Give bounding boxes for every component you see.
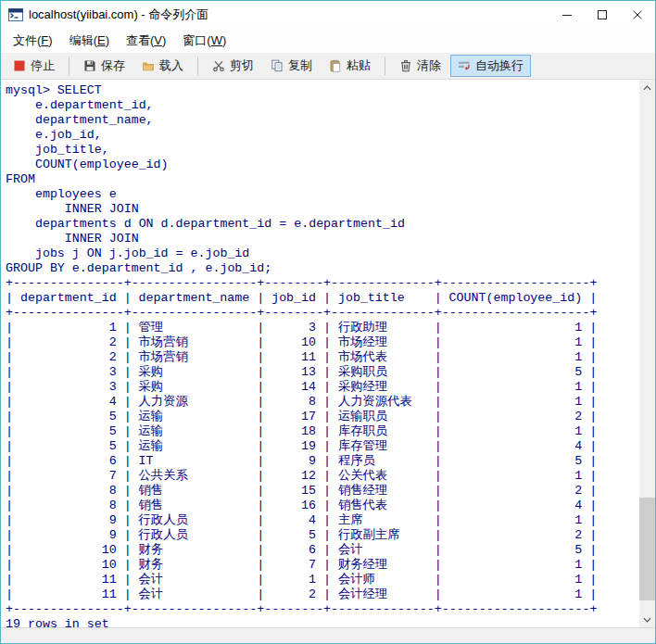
table-border-line: +---------------+-----------------+-----… <box>6 276 639 291</box>
table-cell: 11 <box>264 350 323 365</box>
bottom-bar <box>1 627 655 643</box>
table-cell: 5 <box>442 454 590 469</box>
table-pipe: | <box>6 439 13 454</box>
table-row: |10|财务|6|会计|5| <box>6 543 639 558</box>
table-cell: 市场营销 <box>132 350 258 365</box>
table-row: |5|运输|17|运输职员|2| <box>6 410 639 424</box>
table-pipe: | <box>435 350 442 365</box>
table-pipe: | <box>589 469 597 484</box>
stop-icon <box>13 59 26 72</box>
table-pipe: | <box>257 291 264 306</box>
table-row: |4|人力资源|8|人力资源代表|1| <box>6 395 639 410</box>
table-cell: 库存管理 <box>331 439 435 454</box>
table-cell: 主席 <box>331 513 435 528</box>
table-pipe: | <box>589 528 597 543</box>
table-pipe: | <box>589 335 597 350</box>
table-pipe: | <box>323 469 331 484</box>
paste-icon <box>329 59 342 72</box>
table-cell: 4 <box>264 513 323 528</box>
table-pipe: | <box>6 469 13 484</box>
table-cell: 16 <box>264 499 323 513</box>
table-cell: 1 <box>442 380 590 395</box>
table-cell: 市场经理 <box>331 335 435 350</box>
load-button[interactable]: 载入 <box>134 55 191 77</box>
table-cell: 财务 <box>132 558 258 573</box>
table-pipe: | <box>6 528 13 543</box>
table-pipe: | <box>257 424 264 439</box>
table-cell: 9 <box>13 528 124 543</box>
copy-icon <box>271 59 284 72</box>
maximize-button[interactable] <box>585 1 620 29</box>
chevron-down-icon <box>643 617 651 623</box>
wordwrap-button[interactable]: 自动换行 <box>450 55 531 77</box>
table-pipe: | <box>124 380 132 395</box>
scroll-down-arrow[interactable] <box>639 612 655 627</box>
table-cell: 7 <box>264 558 323 573</box>
table-pipe: | <box>124 321 132 335</box>
table-cell: 5 <box>442 543 590 558</box>
table-cell: 销售代表 <box>331 499 435 513</box>
table-pipe: | <box>435 499 442 513</box>
table-cell: 1 <box>442 558 590 573</box>
chevron-up-icon <box>643 85 651 91</box>
clear-button[interactable]: 清除 <box>392 55 448 77</box>
table-pipe: | <box>589 291 597 306</box>
table-cell: 1 <box>442 469 590 484</box>
table-pipe: | <box>257 513 264 528</box>
table-cell: 行政助理 <box>331 321 435 335</box>
minimize-button[interactable] <box>549 1 585 29</box>
copy-button[interactable]: 复制 <box>263 55 320 77</box>
window-controls <box>549 1 655 29</box>
table-pipe: | <box>124 543 132 558</box>
vertical-scrollbar[interactable] <box>639 80 655 627</box>
table-pipe: | <box>589 439 597 454</box>
table-row: |9|行政人员|4|主席|1| <box>6 513 639 528</box>
table-row: |2|市场营销|11|市场代表|1| <box>6 350 639 365</box>
table-cell: 14 <box>264 380 323 395</box>
table-cell: 8 <box>13 484 124 499</box>
table-pipe: | <box>589 380 597 395</box>
toolbar-button-label: 自动换行 <box>475 57 524 74</box>
close-button[interactable] <box>620 1 655 29</box>
table-pipe: | <box>589 543 597 558</box>
stop-button[interactable]: 停止 <box>6 55 62 77</box>
scroll-up-arrow[interactable] <box>639 80 655 95</box>
toolbar-button-label: 粘贴 <box>347 57 371 74</box>
table-pipe: | <box>323 558 331 573</box>
menu-item-edit[interactable]: 编辑(E) <box>61 29 118 53</box>
table-pipe: | <box>323 291 331 306</box>
table-pipe: | <box>257 587 264 602</box>
table-pipe: | <box>6 395 13 410</box>
cut-button[interactable]: 剪切 <box>205 55 261 77</box>
scrollbar-thumb[interactable] <box>639 498 655 600</box>
table-cell: 10 <box>264 335 323 350</box>
table-cell: 行政人员 <box>132 528 258 543</box>
menu-item-file[interactable]: 文件(F) <box>5 29 61 53</box>
scissors-icon <box>212 59 225 72</box>
table-cell: 1 <box>13 321 124 335</box>
table-row: |10|财务|7|财务经理|1| <box>6 558 639 573</box>
table-cell: 2 <box>442 484 590 499</box>
table-pipe: | <box>323 499 331 513</box>
table-cell: 6 <box>13 454 124 469</box>
save-button[interactable]: 保存 <box>76 55 132 77</box>
table-cell: 公关代表 <box>331 469 435 484</box>
toolbar-button-label: 清除 <box>417 57 441 74</box>
table-pipe: | <box>323 587 331 602</box>
table-pipe: | <box>124 587 132 602</box>
table-pipe: | <box>6 573 13 587</box>
table-cell: 会计 <box>331 543 435 558</box>
table-cell: 2 <box>264 587 323 602</box>
table-row: |11|会计|2|会计经理|1| <box>6 587 639 602</box>
menu-item-view[interactable]: 查看(V) <box>118 29 174 53</box>
console-output[interactable]: mysql> SELECT e.department_id, departmen… <box>1 80 639 627</box>
paste-button[interactable]: 粘贴 <box>322 55 378 77</box>
table-row: |1|管理|3|行政助理|1| <box>6 321 639 335</box>
table-header-cell: job_title <box>331 291 435 306</box>
table-pipe: | <box>6 335 13 350</box>
table-cell: 7 <box>13 469 124 484</box>
menu-item-window[interactable]: 窗口(W) <box>174 29 234 53</box>
table-cell: 13 <box>264 365 323 380</box>
table-pipe: | <box>435 543 442 558</box>
table-pipe: | <box>589 454 597 469</box>
